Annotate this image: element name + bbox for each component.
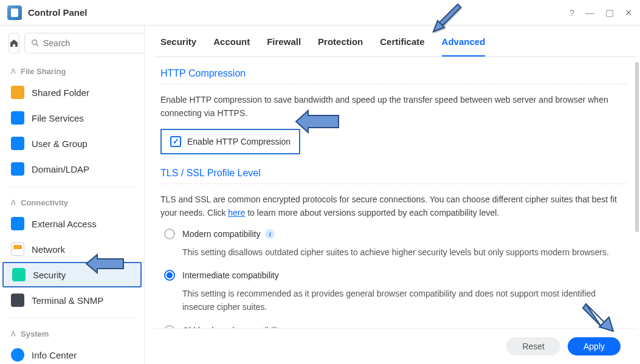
shield-icon	[12, 268, 26, 281]
chevron-up-icon: ᐱ	[11, 330, 16, 338]
section-header-system[interactable]: ᐱ System	[0, 323, 144, 342]
sidebar-item-user-group[interactable]: User & Group	[0, 131, 144, 156]
info-icon	[11, 348, 24, 362]
minimize-icon[interactable]: —	[585, 7, 594, 18]
info-icon[interactable]: i	[265, 229, 275, 239]
radio-intermediate-compatibility[interactable]	[164, 270, 175, 281]
tab-protection[interactable]: Protection	[318, 36, 363, 57]
divider	[9, 187, 136, 187]
tab-certificate[interactable]: Certificate	[380, 36, 424, 57]
http-compression-description: Enable HTTP compression to save bandwidt…	[160, 93, 627, 120]
radio-description: This setting disallows outdated cipher s…	[182, 246, 627, 259]
home-icon	[9, 38, 19, 48]
sidebar-item-domain-ldap[interactable]: Domain/LDAP	[0, 156, 144, 182]
maximize-icon[interactable]: ▢	[605, 7, 614, 18]
tab-account[interactable]: Account	[213, 36, 250, 57]
section-title-http-compression: HTTP Compression	[160, 68, 627, 84]
search-icon	[31, 39, 40, 47]
terminal-icon	[11, 294, 24, 307]
sidebar-item-label: External Access	[32, 219, 97, 229]
tls-description: TLS and SSL are common encrypted protoco…	[160, 193, 627, 220]
sidebar-item-label: Domain/LDAP	[32, 164, 89, 174]
radio-modern-compatibility[interactable]	[164, 228, 175, 239]
search-input[interactable]	[43, 38, 145, 48]
network-icon	[11, 242, 24, 256]
apply-button[interactable]: Apply	[568, 337, 621, 355]
user-icon	[11, 137, 24, 150]
radio-label: Modern compatibility	[182, 229, 260, 239]
globe-icon	[11, 217, 24, 230]
control-panel-icon	[7, 5, 22, 20]
sidebar-item-label: File Services	[32, 113, 84, 123]
svg-line-1	[36, 44, 39, 47]
domain-icon	[11, 162, 24, 176]
radio-option-intermediate[interactable]: Intermediate compatibility	[160, 270, 627, 281]
file-icon	[11, 111, 24, 125]
home-button[interactable]	[9, 33, 19, 53]
chevron-up-icon: ᐱ	[11, 67, 16, 75]
tab-advanced[interactable]: Advanced	[442, 36, 486, 57]
sidebar-item-label: Shared Folder	[32, 88, 89, 98]
section-header-file-sharing[interactable]: ᐱ File Sharing	[0, 61, 144, 80]
enable-http-compression-row[interactable]: ✓ Enable HTTP Compression	[160, 129, 300, 154]
help-icon[interactable]: ?	[569, 7, 574, 18]
svg-point-0	[32, 40, 37, 45]
sidebar-item-label: Security	[33, 270, 66, 280]
section-header-connectivity[interactable]: ᐱ Connectivity	[0, 192, 144, 211]
folder-icon	[11, 86, 24, 99]
section-title-tls-ssl: TLS / SSL Profile Level	[160, 168, 627, 184]
sidebar-item-label: Terminal & SNMP	[32, 295, 103, 306]
scrollbar-thumb[interactable]	[635, 62, 639, 232]
tab-bar: Security Account Firewall Protection Cer…	[154, 26, 636, 57]
sidebar-item-external-access[interactable]: External Access	[0, 211, 144, 236]
radio-option-modern[interactable]: Modern compatibility i	[160, 228, 627, 239]
chevron-up-icon: ᐱ	[11, 199, 16, 207]
sidebar-item-security[interactable]: Security	[2, 262, 142, 287]
radio-label: Intermediate compatibility	[182, 270, 279, 280]
reset-button[interactable]: Reset	[506, 337, 560, 355]
tab-firewall[interactable]: Firewall	[267, 36, 301, 57]
sidebar-item-label: Info Center	[32, 350, 77, 360]
enable-http-compression-checkbox[interactable]: ✓	[170, 136, 181, 147]
sidebar-item-label: Network	[32, 244, 65, 255]
learn-more-link[interactable]: here	[228, 208, 245, 218]
close-icon[interactable]: ✕	[625, 7, 633, 18]
search-box[interactable]	[24, 33, 145, 53]
sidebar-item-file-services[interactable]: File Services	[0, 105, 144, 131]
sidebar-item-network[interactable]: Network	[0, 236, 144, 262]
tab-security[interactable]: Security	[160, 36, 196, 57]
radio-description: This setting is recommended as it provid…	[182, 287, 627, 314]
sidebar-item-label: User & Group	[32, 139, 88, 149]
sidebar-item-info-center[interactable]: Info Center	[0, 342, 144, 364]
divider	[9, 318, 136, 318]
sidebar-item-terminal-snmp[interactable]: Terminal & SNMP	[0, 287, 144, 313]
window-title: Control Panel	[28, 7, 569, 18]
sidebar-item-shared-folder[interactable]: Shared Folder	[0, 80, 144, 105]
scrollbar[interactable]	[635, 62, 639, 328]
checkbox-label: Enable HTTP Compression	[187, 137, 291, 146]
